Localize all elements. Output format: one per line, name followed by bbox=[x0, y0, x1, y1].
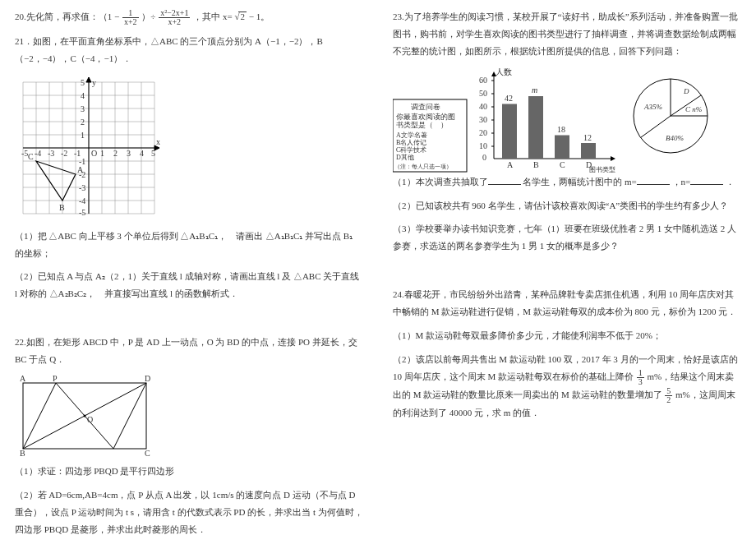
svg-text:60: 60 bbox=[479, 76, 487, 85]
blank-m bbox=[637, 174, 670, 185]
svg-text:D: D bbox=[683, 87, 689, 95]
svg-text:y: y bbox=[92, 78, 96, 87]
blank-n bbox=[690, 174, 723, 185]
frac-1-3: 1 3 bbox=[637, 369, 644, 386]
svg-text:A文学名著: A文学名著 bbox=[396, 131, 427, 139]
svg-text:人数: 人数 bbox=[496, 67, 512, 76]
q24: 24.春暖花开，市民纷纷外出踏青，某种品牌鞋专卖店抓住机遇，利用 10 周年店庆… bbox=[393, 286, 741, 321]
svg-text:图书类型: 图书类型 bbox=[589, 166, 615, 173]
svg-point-58 bbox=[84, 414, 86, 417]
q20: 20.先化简，再求值：（1 − 1 x+2 ）÷ x²−2x+1 x+2 ，其中… bbox=[15, 8, 363, 26]
svg-text:O: O bbox=[91, 149, 97, 158]
svg-text:x: x bbox=[156, 137, 160, 146]
svg-text:C: C bbox=[560, 160, 565, 169]
svg-text:4: 4 bbox=[81, 91, 85, 100]
q21-1: （1）把 △ABC 向上平移 3 个单位后得到 △A₁B₁C₁， 请画出 △A₁… bbox=[15, 228, 363, 262]
svg-text:D其他: D其他 bbox=[396, 154, 414, 161]
svg-rect-93 bbox=[555, 135, 569, 159]
svg-text:5: 5 bbox=[151, 149, 155, 158]
svg-text:A: A bbox=[507, 160, 514, 169]
q23: 23.为了培养学生的阅读习惯，某校开展了“读好书，助成长”系列活动，并准备购置一… bbox=[393, 8, 741, 60]
svg-text:10: 10 bbox=[479, 141, 487, 150]
rectangle-figure: A P D B C O bbox=[15, 375, 154, 463]
svg-text:1: 1 bbox=[100, 149, 104, 158]
q23-2: （2）已知该校共有 960 名学生，请估计该校喜欢阅读“A”类图书的学生约有多少… bbox=[393, 197, 741, 214]
left-column: 20.先化简，再求值：（1 − 1 x+2 ）÷ x²−2x+1 x+2 ，其中… bbox=[0, 0, 378, 535]
svg-text:m: m bbox=[532, 85, 537, 95]
svg-text:调查问卷: 调查问卷 bbox=[411, 103, 440, 111]
q21-2: （2）已知点 A 与点 A₂（2，1）关于直线 l 成轴对称，请画出直线 l 及… bbox=[15, 268, 363, 302]
q22-1: （1）求证：四边形 PBQD 是平行四边形 bbox=[15, 463, 363, 480]
svg-marker-25 bbox=[86, 77, 91, 82]
svg-text:-5: -5 bbox=[79, 208, 85, 217]
q23-figures: 调查问卷 你最喜欢阅读的图 书类型是（ ） A文学名著 B名人传记 C科学技术 … bbox=[393, 67, 741, 173]
svg-text:40: 40 bbox=[479, 102, 487, 111]
frac-5-2: 5 2 bbox=[665, 387, 672, 404]
svg-text:书类型是（　）: 书类型是（ ） bbox=[396, 121, 448, 129]
svg-text:C: C bbox=[145, 449, 150, 457]
svg-text:C科学技术: C科学技术 bbox=[396, 146, 426, 154]
svg-text:-3: -3 bbox=[48, 149, 54, 158]
q22-2: （2）若 AD=6cm,AB=4cm，点 P 从点 A 出发，以 1cm/s 的… bbox=[15, 487, 363, 535]
svg-text:D: D bbox=[145, 375, 150, 383]
svg-line-56 bbox=[23, 383, 56, 449]
svg-text:42: 42 bbox=[505, 94, 513, 103]
svg-text:A: A bbox=[77, 165, 84, 174]
svg-text:B40%: B40% bbox=[666, 134, 684, 142]
svg-text:C n%: C n% bbox=[685, 105, 702, 113]
svg-text:4: 4 bbox=[140, 149, 144, 158]
q22: 22.如图，在矩形 ABCD 中，P 是 AD 上一动点，O 为 BD 的中点，… bbox=[15, 334, 363, 368]
svg-text:你最喜欢阅读的图: 你最喜欢阅读的图 bbox=[396, 113, 455, 121]
svg-text:5: 5 bbox=[81, 78, 85, 87]
svg-text:C: C bbox=[28, 152, 34, 161]
svg-text:A35%: A35% bbox=[643, 103, 662, 111]
q23-1: （1）本次调查共抽取了 名学生，两幅统计图中的 m= ，n= ． bbox=[393, 173, 741, 191]
q23-3: （3）学校要举办读书知识竞赛，七年（1）班要在班级优胜者 2 男 1 女中随机选… bbox=[393, 220, 741, 255]
svg-text:P: P bbox=[53, 375, 58, 383]
svg-text:（注：每人只选一项）: （注：每人只选一项） bbox=[394, 164, 452, 170]
frac-quad-over-xplus2: x²−2x+1 x+2 bbox=[159, 9, 190, 26]
svg-text:-3: -3 bbox=[79, 183, 85, 192]
svg-text:-4: -4 bbox=[79, 196, 85, 205]
svg-rect-94 bbox=[581, 143, 596, 159]
coordinate-grid-figure: O y x -5 -4 -3 -2 -1 1 2 3 4 5 5 4 3 2 1 bbox=[15, 74, 163, 228]
svg-text:B: B bbox=[20, 449, 25, 457]
q24-1: （1）M 款运动鞋每双最多降价多少元，才能使利润率不低于 20%； bbox=[393, 327, 741, 344]
svg-text:O: O bbox=[87, 415, 93, 424]
svg-text:2: 2 bbox=[113, 149, 118, 158]
svg-line-57 bbox=[113, 383, 146, 449]
svg-text:30: 30 bbox=[479, 115, 487, 124]
svg-text:3: 3 bbox=[81, 104, 85, 113]
svg-text:18: 18 bbox=[557, 125, 565, 134]
svg-text:1: 1 bbox=[81, 131, 85, 140]
svg-text:B: B bbox=[533, 160, 539, 169]
svg-text:20: 20 bbox=[479, 128, 487, 137]
svg-marker-77 bbox=[611, 156, 615, 161]
blank-total bbox=[488, 174, 521, 185]
svg-text:A: A bbox=[20, 375, 26, 383]
right-column: 23.为了培养学生的阅读习惯，某校开展了“读好书，助成长”系列活动，并准备购置一… bbox=[378, 0, 756, 535]
svg-rect-91 bbox=[502, 104, 517, 159]
svg-rect-92 bbox=[528, 96, 543, 159]
q20-text: 20.先化简，再求值：（1 − bbox=[15, 12, 119, 21]
q24-2: （2）该店以前每周共售出 M 款运动鞋 100 双，2017 年 3 月的一个周… bbox=[393, 351, 741, 422]
svg-text:12: 12 bbox=[583, 133, 592, 142]
svg-text:-2: -2 bbox=[61, 149, 67, 158]
svg-text:B名人传记: B名人传记 bbox=[396, 139, 426, 146]
svg-text:-4: -4 bbox=[35, 149, 41, 158]
frac-1-over-xplus2: 1 x+2 bbox=[122, 9, 139, 26]
svg-marker-26 bbox=[36, 161, 76, 201]
svg-text:3: 3 bbox=[127, 149, 131, 158]
svg-text:50: 50 bbox=[479, 89, 487, 98]
q21: 21．如图，在平面直角坐标系中，△ABC 的三个顶点分别为 A（−1，−2），B… bbox=[15, 33, 363, 67]
svg-text:0: 0 bbox=[482, 153, 486, 162]
svg-text:2: 2 bbox=[81, 118, 85, 127]
svg-text:B: B bbox=[59, 203, 65, 212]
